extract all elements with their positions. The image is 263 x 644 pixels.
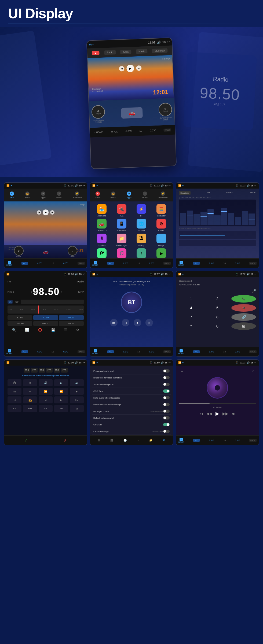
ss2-nav-radio[interactable]: 📻 Radio — [111, 192, 116, 199]
ss8-setting-4[interactable]: OSD Time — [92, 388, 171, 395]
ss9-progress[interactable] — [179, 403, 256, 404]
ss7-seek-back-btn[interactable]: ◄ — [39, 396, 53, 403]
ss9-rew-btn[interactable]: ⏮ — [199, 411, 203, 416]
ss4-ind-label[interactable]: IND — [15, 301, 19, 303]
ss5-stop-btn[interactable]: ■ — [134, 319, 141, 326]
ss3-back-btn[interactable]: BACK — [249, 262, 257, 265]
ss9-skip-back-btn[interactable]: ◀◀ — [206, 411, 212, 416]
ss6-key-hash[interactable]: ⊞ — [231, 322, 256, 330]
ss8-setting-7[interactable]: Backlight control Small light control — [92, 408, 171, 415]
ss8-toggle-4[interactable] — [163, 389, 170, 393]
ss3-bottom[interactable]: ⌂ HOME A/C 0.0°C 18 0.0°C BACK — [176, 258, 259, 268]
ss7-playpause-btn[interactable]: ⏯ — [8, 396, 21, 403]
ss4-preset-6[interactable]: 87.50 — [59, 321, 84, 326]
ss4-record-icon[interactable]: ⭕ — [38, 328, 42, 332]
ss7-check-btn[interactable]: ✓ — [24, 438, 28, 443]
ss9-fwd-btn[interactable]: ⏭ — [232, 411, 235, 416]
ss4-dx-label[interactable]: DX — [8, 300, 13, 304]
google-icon[interactable]: Google — [152, 234, 170, 246]
ss2-nav-apps[interactable]: ⊞ Apps — [127, 192, 132, 199]
ss8-toggle-7[interactable] — [163, 410, 170, 413]
ss4-eq-icon[interactable]: 📊 — [25, 328, 29, 332]
ss2-back-btn[interactable]: BACK — [163, 262, 171, 265]
nav-apps[interactable]: Apps — [120, 50, 131, 54]
ss6-key-8[interactable]: 8 — [205, 313, 230, 321]
ss7-power-btn[interactable]: ⏻ — [8, 379, 21, 386]
carlink-icon[interactable]: 🚗 Car Link 2.0 — [93, 219, 111, 231]
ss6-key-1[interactable]: 1 — [179, 295, 203, 303]
ss6-key-0[interactable]: 0 — [205, 322, 230, 330]
ss7-k-fwd-btn[interactable]: ►K — [8, 405, 21, 412]
ss8-setting-10[interactable]: Lantern settings Automatic loop — [92, 428, 171, 435]
ss9-heart-icon[interactable]: ♡ — [251, 369, 254, 372]
equalizer-icon[interactable]: 🎚 Equalizer — [93, 234, 111, 246]
ss4-preset-2[interactable]: 90.10 — [33, 315, 58, 320]
ss8-setting-2[interactable]: Brake wire for video in motion — [92, 374, 171, 381]
ss6-key-4[interactable]: 4 — [179, 304, 203, 312]
ss8-settings-icon[interactable]: ⚙ — [163, 439, 165, 442]
ss6-keypad[interactable]: 1 2 📞 4 5 📵 7 8 🔗 * 0 ⊞ — [179, 295, 256, 330]
ss6-key-7[interactable]: 7 — [179, 313, 203, 321]
ss1-bottom[interactable]: ⌂ HOME A/C 0.0°C 10 0.0°C BACK — [4, 258, 87, 268]
ss7-bottom[interactable]: ✓ ✗ — [4, 435, 87, 445]
ss3-eq-all[interactable]: All — [207, 191, 210, 195]
ss9-ac[interactable]: A/C — [193, 439, 200, 442]
ss4-save-icon[interactable]: 💾 — [51, 328, 55, 332]
ss1-back-btn[interactable]: BACK — [78, 262, 85, 265]
ss2-ac[interactable]: A/C — [107, 262, 114, 265]
ss7-prev-track-btn[interactable]: ⏮ — [8, 388, 21, 395]
ss9-skip-fwd-btn[interactable]: ▶▶ — [222, 411, 228, 416]
ss1-nav-next[interactable]: ▲ Next — [10, 192, 14, 199]
ss9-back-btn[interactable]: BACK — [249, 439, 257, 442]
app-store-icon[interactable]: 🏪 App Store — [93, 204, 111, 217]
ss7-vol-up-btn[interactable]: 🔊 — [39, 379, 53, 386]
ss5-forward-btn[interactable]: ⏭ — [145, 319, 153, 326]
ss8-toggle-5[interactable] — [163, 396, 170, 399]
ss4-back-btn[interactable]: BACK — [78, 350, 85, 353]
ss7-am-btn[interactable]: AM — [39, 405, 53, 412]
ss3-eq-setup[interactable]: Set up — [250, 191, 256, 195]
ss5-play-pause-btn[interactable]: ⏯ — [122, 319, 129, 326]
ss6-key-9[interactable]: 🔗 — [231, 313, 256, 321]
ss7-fwd-btn[interactable]: ⏩ — [54, 388, 68, 395]
ss7-play-btn[interactable]: ▶ — [70, 388, 84, 395]
ss4-presets[interactable]: 87.50 90.10 98.10 106.10 108.00 87.50 — [8, 315, 84, 326]
control-icon[interactable]: ⚙ Control — [152, 219, 170, 231]
ss6-back-btn[interactable]: BACK — [249, 350, 257, 353]
ss3-ac[interactable]: A/C — [193, 262, 200, 265]
ss2-nav[interactable]: ▲ Next 📻 Radio ⊞ Apps ♪ Music ⚡ Bluetoot… — [90, 189, 173, 201]
ss7-k-back-btn[interactable]: K◄ — [70, 396, 84, 403]
ss1-nav-bt[interactable]: ⚡ Bluetooth — [72, 192, 82, 199]
maps-icon[interactable]: 🗺 Maps — [93, 248, 111, 258]
mocify-icon[interactable]: 🎵 mocify — [113, 248, 130, 258]
ss8-toggle-6[interactable] — [163, 403, 170, 406]
gallery-icon[interactable]: 🖼 Gallery — [133, 234, 150, 246]
phone-back-btn[interactable]: BACK — [164, 128, 171, 131]
ss8-toggle-8[interactable] — [163, 416, 170, 419]
ss4-next-btn[interactable]: › — [61, 290, 62, 294]
ss9-home-btn[interactable]: ⌂ HOME — [178, 438, 184, 443]
ss2-nav-next[interactable]: ▲ Next — [96, 192, 100, 199]
ss7-icons-grid[interactable]: ⏻ ↺ 🔊 🔈 🔉 ⏮ ⏭ ⏪ ⏩ ▶ ⏯ 📻 ◄ ► K◄ ►K AU — [6, 378, 85, 413]
ss4-prev-btn[interactable]: ‹ — [31, 290, 32, 294]
ss6-key-2[interactable]: 2 — [205, 295, 230, 303]
ss7-fm-btn[interactable]: FM — [54, 405, 68, 412]
phone-home-btn[interactable]: ⌂ HOME — [94, 131, 103, 134]
ss5-rewind-btn[interactable]: ⏮ — [110, 319, 118, 326]
ss3-eq-controls[interactable]: Standard All Default Set up — [179, 191, 256, 195]
ss8-toggle-2[interactable] — [163, 376, 170, 379]
ss4-ac[interactable]: A/C — [21, 350, 28, 353]
ss8-setting-3[interactable]: Auto-start Navigation — [92, 381, 171, 388]
ss6-bottom[interactable]: ⌂ HOME A/C 0.0°C 12 0.0°C BACK — [176, 347, 259, 356]
ss1-nav[interactable]: ▲ Next 📻 Radio ⊞ Apps ♪ Music ⚡ Bluetoot… — [4, 189, 87, 201]
ss6-call-btn[interactable]: 📞 — [231, 295, 256, 303]
nav-radio[interactable]: Radio — [104, 50, 116, 55]
ss7-rew-btn[interactable]: ⏪ — [39, 388, 53, 395]
filemanager-icon[interactable]: 📁 FileManager — [113, 234, 130, 246]
ss2-home-btn[interactable]: ⌂ HOME — [92, 261, 98, 266]
ss7-vol-down-btn[interactable]: 🔈 — [54, 379, 68, 386]
ss7-reset-btn[interactable]: ↺ — [23, 379, 37, 386]
ss8-toggle-10[interactable] — [163, 430, 170, 433]
ss1-nav-apps[interactable]: ⊞ Apps — [41, 192, 46, 199]
nav-next[interactable]: ▲ — [92, 51, 100, 55]
